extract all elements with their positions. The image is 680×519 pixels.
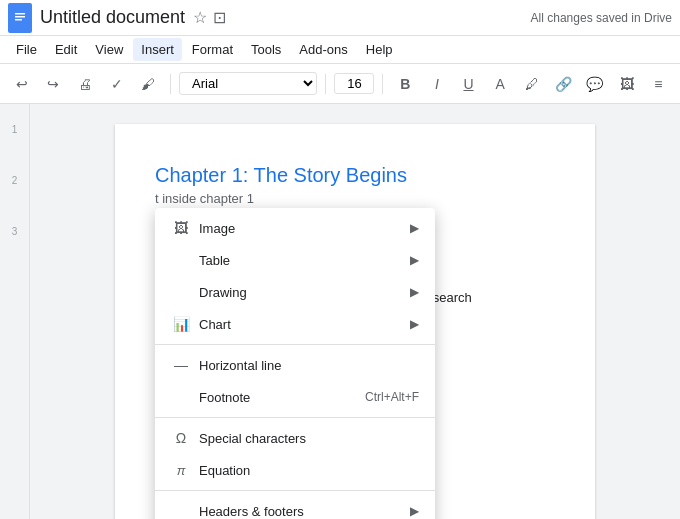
sidebar-marker-1: 1	[12, 124, 18, 135]
menu-tools[interactable]: Tools	[243, 38, 289, 61]
menu-option-chart[interactable]: 📊 Chart ▶	[155, 308, 435, 340]
table-arrow: ▶	[410, 253, 419, 267]
menu-bar: File Edit View Insert Format Tools Add-o…	[0, 36, 680, 64]
title-bar: Untitled document ☆ ⊡ All changes saved …	[0, 0, 680, 36]
menu-option-image[interactable]: 🖼 Image ▶	[155, 212, 435, 244]
font-size-input[interactable]	[334, 73, 374, 94]
doc-icon	[8, 3, 32, 33]
bold-button[interactable]: B	[391, 70, 419, 98]
underline-button[interactable]: U	[455, 70, 483, 98]
chapter1-heading: Chapter 1: The Story Begins	[155, 164, 555, 187]
italic-button[interactable]: I	[423, 70, 451, 98]
menu-option-equation[interactable]: π Equation	[155, 454, 435, 486]
drawing-arrow: ▶	[410, 285, 419, 299]
menu-format[interactable]: Format	[184, 38, 241, 61]
menu-file[interactable]: File	[8, 38, 45, 61]
paintformat-button[interactable]: 🖌	[135, 70, 163, 98]
svg-rect-1	[15, 13, 25, 15]
print-button[interactable]: 🖨	[71, 70, 99, 98]
toolbar-divider-3	[382, 74, 383, 94]
insert-dropdown-menu: 🖼 Image ▶ Table ▶ Drawing ▶ 📊 Chart ▶ — …	[155, 208, 435, 519]
sidebar-marker-3: 3	[12, 226, 18, 237]
toolbar-divider-1	[170, 74, 171, 94]
menu-option-special-characters[interactable]: Ω Special characters	[155, 422, 435, 454]
menu-option-footnote[interactable]: Footnote Ctrl+Alt+F	[155, 381, 435, 413]
hline-label: Horizontal line	[199, 358, 419, 373]
chart-label: Chart	[199, 317, 410, 332]
menu-addons[interactable]: Add-ons	[291, 38, 355, 61]
chart-menu-icon: 📊	[171, 316, 191, 332]
redo-button[interactable]: ↪	[40, 70, 68, 98]
svg-rect-2	[15, 16, 25, 18]
hline-menu-icon: —	[171, 357, 191, 373]
table-label: Table	[199, 253, 410, 268]
chapter1-body: t inside chapter 1	[155, 191, 555, 206]
spellcheck-button[interactable]: ✓	[103, 70, 131, 98]
document-title: Untitled document	[40, 7, 185, 28]
special-characters-label: Special characters	[199, 431, 419, 446]
menu-insert[interactable]: Insert	[133, 38, 182, 61]
menu-help[interactable]: Help	[358, 38, 401, 61]
title-icons: ☆ ⊡	[193, 8, 226, 27]
svg-rect-3	[15, 19, 22, 21]
menu-edit[interactable]: Edit	[47, 38, 85, 61]
menu-option-horizontal-line[interactable]: — Horizontal line	[155, 349, 435, 381]
divider-1	[155, 344, 435, 345]
pi-icon: π	[171, 463, 191, 478]
highlight-button[interactable]: 🖊	[518, 70, 546, 98]
menu-view[interactable]: View	[87, 38, 131, 61]
menu-option-drawing[interactable]: Drawing ▶	[155, 276, 435, 308]
cloud-save-status: All changes saved in Drive	[531, 11, 672, 25]
chart-arrow: ▶	[410, 317, 419, 331]
font-selector[interactable]: Arial	[179, 72, 317, 95]
menu-option-table[interactable]: Table ▶	[155, 244, 435, 276]
headers-footers-label: Headers & footers	[199, 504, 410, 519]
star-icon[interactable]: ☆	[193, 8, 207, 27]
equation-label: Equation	[199, 463, 419, 478]
toolbar: ↩ ↪ 🖨 ✓ 🖌 Arial B I U A 🖊 🔗 💬 🖼 ≡	[0, 64, 680, 104]
drawing-label: Drawing	[199, 285, 410, 300]
history-icon[interactable]: ⊡	[213, 8, 226, 27]
image-button[interactable]: 🖼	[613, 70, 641, 98]
svg-rect-0	[13, 9, 27, 27]
headers-arrow: ▶	[410, 504, 419, 518]
sidebar: 1 2 3	[0, 104, 30, 519]
link-button[interactable]: 🔗	[550, 70, 578, 98]
comment-button[interactable]: 💬	[581, 70, 609, 98]
omega-icon: Ω	[171, 430, 191, 446]
image-label: Image	[199, 221, 410, 236]
sidebar-marker-2: 2	[12, 175, 18, 186]
toolbar-divider-2	[325, 74, 326, 94]
menu-option-headers-footers[interactable]: Headers & footers ▶	[155, 495, 435, 519]
main-area: 1 2 3 Chapter 1: The Story Begins t insi…	[0, 104, 680, 519]
divider-2	[155, 417, 435, 418]
text-color-button[interactable]: A	[486, 70, 514, 98]
footnote-shortcut: Ctrl+Alt+F	[365, 390, 419, 404]
divider-3	[155, 490, 435, 491]
image-arrow: ▶	[410, 221, 419, 235]
footnote-label: Footnote	[199, 390, 365, 405]
image-menu-icon: 🖼	[171, 220, 191, 236]
undo-button[interactable]: ↩	[8, 70, 36, 98]
align-button[interactable]: ≡	[644, 70, 672, 98]
